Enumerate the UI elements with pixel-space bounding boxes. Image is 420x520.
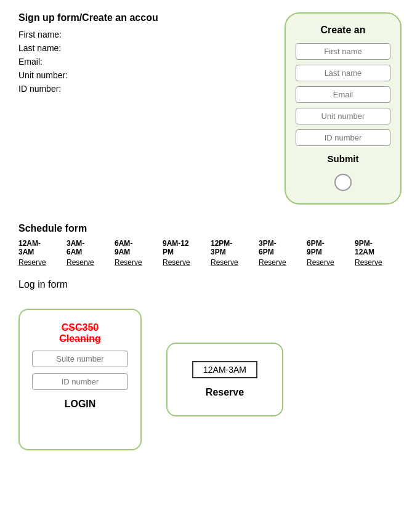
phone-lastname-input[interactable] xyxy=(296,65,390,81)
reserve-button-5[interactable]: Reserve xyxy=(259,258,286,267)
label-id: ID number: xyxy=(18,84,272,94)
phone-title: Create an xyxy=(321,25,366,36)
login-box: CSC350Cleaning LOGIN xyxy=(18,309,142,450)
reserve-button-6[interactable]: Reserve xyxy=(307,258,334,267)
phone-id-input[interactable] xyxy=(296,129,390,146)
reserve-label: Reserve xyxy=(206,387,244,398)
time-label-1: 3AM-6AM xyxy=(67,239,84,257)
reserve-button-2[interactable]: Reserve xyxy=(115,258,142,267)
phone-firstname-input[interactable] xyxy=(296,43,390,60)
time-label-5: 3PM-6PM xyxy=(259,239,277,257)
phone-unit-input[interactable] xyxy=(296,108,390,124)
time-label-4: 12PM-3PM xyxy=(211,239,232,257)
schedule-col-5: 3PM-6PM Reserve xyxy=(259,239,305,267)
time-label-0: 12AM-3AM xyxy=(18,239,41,257)
phone-email-input[interactable] xyxy=(296,86,390,103)
schedule-col-6: 6PM-9PM Reserve xyxy=(307,239,353,267)
app-title: CSC350Cleaning xyxy=(59,322,101,344)
reserve-button-0[interactable]: Reserve xyxy=(18,258,46,267)
id-number-input[interactable] xyxy=(32,373,128,390)
signup-heading: Sign up form/Create an accou xyxy=(18,12,272,23)
reserve-button-7[interactable]: Reserve xyxy=(355,258,382,267)
phone-submit-button[interactable]: Submit xyxy=(328,153,359,164)
schedule-col-4: 12PM-3PM Reserve xyxy=(211,239,257,267)
timeslot-box: 12AM-3AM Reserve xyxy=(166,343,283,416)
time-label-7: 9PM-12AM xyxy=(355,239,374,257)
phone-home-button[interactable] xyxy=(334,174,352,191)
schedule-heading: Schedule form xyxy=(18,223,402,234)
label-firstname: First name: xyxy=(18,30,272,39)
form-labels: Sign up form/Create an accou First name:… xyxy=(18,12,272,97)
login-button[interactable]: LOGIN xyxy=(65,399,96,410)
reserve-button-3[interactable]: Reserve xyxy=(163,258,190,267)
schedule-col-3: 9AM-12PM Reserve xyxy=(163,239,209,267)
schedule-section: Schedule form 12AM-3AM Reserve 3AM-6AM R… xyxy=(18,223,402,267)
top-section: Sign up form/Create an accou First name:… xyxy=(18,12,402,205)
schedule-col-0: 12AM-3AM Reserve xyxy=(18,239,65,267)
label-lastname: Last name: xyxy=(18,43,272,53)
schedule-col-2: 6AM-9AM Reserve xyxy=(115,239,161,267)
schedule-col-7: 9PM-12AM Reserve xyxy=(355,239,402,267)
login-form-label: Log in form xyxy=(18,279,402,290)
suite-number-input[interactable] xyxy=(32,351,128,367)
reserve-button-4[interactable]: Reserve xyxy=(211,258,238,267)
label-email: Email: xyxy=(18,57,272,67)
time-display: 12AM-3AM xyxy=(192,361,257,378)
label-unit: Unit number: xyxy=(18,70,272,80)
bottom-section: CSC350Cleaning LOGIN 12AM-3AM Reserve xyxy=(18,309,402,450)
time-label-2: 6AM-9AM xyxy=(115,239,132,257)
time-label-6: 6PM-9PM xyxy=(307,239,325,257)
time-label-3: 9AM-12PM xyxy=(163,239,189,257)
schedule-col-1: 3AM-6AM Reserve xyxy=(67,239,113,267)
phone-mockup: Create an Submit xyxy=(285,12,402,205)
reserve-button-1[interactable]: Reserve xyxy=(67,258,94,267)
schedule-grid: 12AM-3AM Reserve 3AM-6AM Reserve 6AM-9AM… xyxy=(18,239,402,267)
